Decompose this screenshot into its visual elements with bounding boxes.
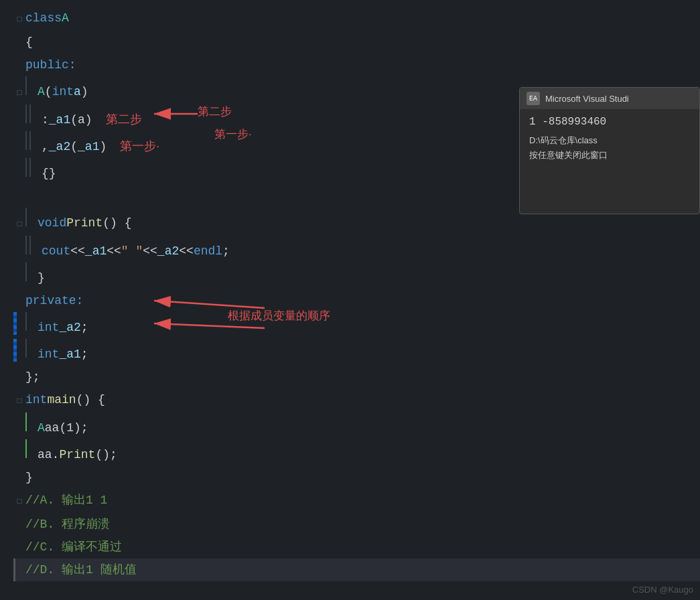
init-a1: _a1 [49,108,70,131]
init-comma: , [42,135,49,158]
param-a: a [74,80,81,103]
paren-open: ( [45,80,52,103]
constructor-name: A [38,80,45,103]
code-line-2: { [13,31,700,54]
keyword-int-main: int [25,388,47,411]
code-line-15: }; [13,366,700,388]
brace-close-print: } [38,267,45,289]
code-line-23: //D. 输出1 随机值 [13,558,700,581]
init-a1-paren: (a) [70,108,92,131]
console-panel: EA Microsoft Visual Studi 1 -858993460 D… [519,87,700,214]
keyword-int-a1: int [38,343,59,366]
shift-op4: << [179,240,194,262]
fold-icon-9[interactable]: □ [13,213,25,236]
comment-b: //B. 程序崩溃 [25,513,110,536]
cout: cout [42,240,70,262]
fold-icon-1[interactable]: □ [13,8,25,31]
annotation-member-order: 根据成员变量的顺序 [228,308,330,323]
func-main: main [47,388,76,411]
method-print: Print [66,212,102,234]
annotation-step1-text: 第一步· [214,127,252,142]
method-parens: () { [102,212,131,234]
var-a1-out: _a1 [85,240,107,262]
keyword-int-param: int [52,80,74,103]
class-end: }; [25,366,40,388]
keyword-private: private: [25,289,83,312]
semicolon-a2: ; [81,316,88,339]
brace-open: { [25,31,33,54]
member-a2: _a2 [59,316,80,339]
annotation-step2-text: 第二步 [198,104,232,119]
semicolon-a1: ; [81,343,88,366]
main-close-brace: } [25,466,33,489]
code-line-18: aa. Print (); [13,439,700,466]
empty-braces: {} [42,162,56,185]
code-line-14: int _a1 ; [13,339,700,366]
code-line-11: } [13,262,700,289]
code-line-10: cout << _a1 << " " << _a2 << endl ; [13,236,700,262]
member-a1: _a1 [59,343,80,366]
keyword-int-a2: int [38,316,59,339]
console-titlebar: EA Microsoft Visual Studi [520,88,699,109]
watermark: CSDN @Kaugo [632,585,693,595]
keyword-public: public: [25,54,76,76]
init-a2-val: _a1 [78,135,99,158]
fold-icon-4[interactable]: □ [13,82,25,104]
endl: endl [194,240,222,262]
console-hint: 按任意键关闭此窗口 [529,149,690,161]
code-line-12: private: [13,289,700,312]
semicolon-cout: ; [222,240,230,262]
paren-close: ) [81,80,88,103]
shift-op2: << [107,240,121,262]
init-a2-close: ) [99,135,107,158]
console-path: D:\码云仓库\class [529,135,690,147]
code-line-13: int _a2 ; [13,312,700,339]
console-body: 1 -858993460 D:\码云仓库\class 按任意键关闭此窗口 [520,109,699,171]
init-a2-paren: ( [70,135,78,158]
console-title: Microsoft Visual Studi [545,94,629,104]
keyword-class: class [25,7,62,29]
code-editor: □ class A { public: □ A ( int a ) [0,0,700,600]
class-a-use: A [38,417,45,439]
fold-icon-20[interactable]: □ [13,490,25,513]
console-output-number: 1 -858993460 [529,116,690,128]
var-a2-out: _a2 [157,240,179,262]
code-line-20: □ //A. 输出1 1 [13,489,700,513]
code-line-19: } [13,466,700,489]
init-colon: : [42,108,49,131]
init-a2: _a2 [49,135,70,158]
comment-a: //A. 输出1 1 [25,489,107,512]
string-space: " " [121,240,143,262]
print-call-parens: (); [95,443,117,466]
console-icon: EA [527,92,540,105]
code-line-24 [13,581,700,600]
comment-c: //C. 编译不通过 [25,536,122,558]
fold-icon-16[interactable]: □ [13,390,25,412]
comment-d: //D. 输出1 随机值 [25,558,137,581]
code-line-3: public: [13,54,700,76]
method-call-print: Print [59,443,95,466]
annotation-step1: 第一步· [120,135,159,157]
var-aa: aa(1); [45,417,88,439]
shift-op1: << [70,240,85,262]
code-line-1: □ class A [13,7,700,31]
keyword-void: void [38,212,66,234]
shift-op3: << [143,240,157,262]
class-name: A [62,7,69,29]
code-line-22: //C. 编译不通过 [13,536,700,558]
code-line-17: A aa(1); [13,412,700,439]
annotation-step2: 第二步 [106,108,142,131]
aa-print-call: aa. [38,443,59,466]
code-line-21: //B. 程序崩溃 [13,513,700,536]
main-parens: () { [76,388,105,411]
code-line-16: □ int main () { [13,388,700,412]
